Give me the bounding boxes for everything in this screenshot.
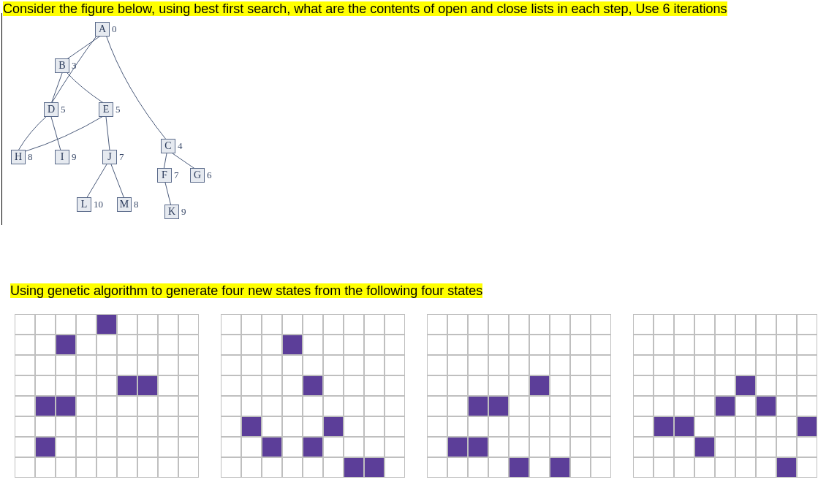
grid-cell (488, 396, 509, 416)
svg-line-3 (106, 117, 110, 150)
grid-cell (570, 416, 591, 437)
svg-line-0 (66, 35, 102, 60)
grid-cell (282, 437, 303, 457)
grid-cell (756, 335, 776, 355)
grid-cell (674, 416, 694, 437)
grid-cell (447, 375, 468, 396)
grid-cell (776, 457, 797, 478)
grid-cell (76, 457, 96, 478)
grid-cell (654, 375, 674, 396)
grid-cell (303, 437, 323, 457)
grid-cell (364, 314, 385, 335)
grid-cell (591, 457, 611, 478)
search-tree-figure: A0B3C4D5E5F7G6H8I9J7K9L10M8 (7, 22, 212, 234)
grid-cell (570, 355, 591, 375)
grid-cell (364, 355, 385, 375)
grid-cell (344, 314, 364, 335)
node-m: M8 (117, 197, 139, 212)
node-value: 5 (115, 104, 121, 115)
grid-cell (344, 437, 364, 457)
node-box: I (55, 150, 69, 164)
grid-cell (550, 396, 570, 416)
question-1: Consider the figure below, using best fi… (3, 1, 727, 17)
grid-cell (117, 396, 137, 416)
grid-cell (117, 355, 137, 375)
grid-cell (282, 396, 303, 416)
grid-cell (158, 355, 178, 375)
grid-cell (797, 355, 817, 375)
question-2-text: Using genetic algorithm to generate four… (10, 283, 482, 298)
grid-cell (633, 355, 654, 375)
grid-cell (756, 416, 776, 437)
grid-cell (158, 457, 178, 478)
grid-cell (550, 375, 570, 396)
grid-cell (756, 437, 776, 457)
grid-cell (797, 396, 817, 416)
grid-cell (178, 314, 199, 335)
grid-cell (364, 335, 385, 355)
grid-cell (468, 375, 488, 396)
grid-cell (447, 396, 468, 416)
node-f: F7 (157, 168, 179, 183)
grid-cell (447, 335, 468, 355)
grid-cell (282, 375, 303, 396)
grid-cell (35, 335, 56, 355)
node-value: 7 (119, 151, 124, 163)
grid-cell (488, 355, 509, 375)
grid-cell (797, 314, 817, 335)
grid-cell (178, 457, 199, 478)
grid-cell (96, 457, 117, 478)
grid-cell (591, 335, 611, 355)
node-value: 9 (72, 151, 77, 163)
grid-cell (509, 375, 529, 396)
grid-cell (468, 396, 488, 416)
grid-cell (509, 457, 529, 478)
node-value: 4 (178, 140, 183, 152)
grid-cell (221, 355, 241, 375)
grid-cell (735, 416, 756, 437)
grid-cell (633, 437, 654, 457)
grid-cell (221, 375, 241, 396)
grid-cell (221, 396, 241, 416)
grid-cell (96, 375, 117, 396)
node-a: A0 (95, 22, 117, 37)
grid-cell (262, 314, 282, 335)
grid-cell (56, 457, 76, 478)
grid-cell (137, 335, 158, 355)
grid-cell (797, 416, 817, 437)
grid-cell (529, 314, 550, 335)
grid-cell (776, 375, 797, 396)
grid-cell (633, 314, 654, 335)
grid-cell (178, 355, 199, 375)
grid-cell (427, 375, 447, 396)
grid-cell (137, 355, 158, 375)
grid-cell (797, 457, 817, 478)
grid-cell (344, 416, 364, 437)
node-box: E (99, 102, 113, 117)
grid-cell (221, 457, 241, 478)
grid-cell (756, 396, 776, 416)
grid-cell (241, 375, 262, 396)
grid-cell (756, 314, 776, 335)
grid-cell (117, 416, 137, 437)
grid-cell (427, 457, 447, 478)
node-value: 9 (181, 206, 186, 218)
grid-cell (364, 375, 385, 396)
state-grid-1 (15, 314, 199, 478)
grid-cell (776, 416, 797, 437)
node-l: L10 (77, 197, 103, 212)
grid-cell (735, 314, 756, 335)
grid-cell (158, 375, 178, 396)
node-value: 5 (61, 104, 66, 115)
grid-cell (550, 437, 570, 457)
grid-cell (715, 437, 735, 457)
grid-cell (35, 457, 56, 478)
grid-cell (35, 375, 56, 396)
grid-cell (488, 375, 509, 396)
grid-cell (117, 437, 137, 457)
node-box: J (102, 150, 117, 164)
grid-cell (303, 396, 323, 416)
grid-cell (344, 355, 364, 375)
grid-cell (35, 314, 56, 335)
grid-cell (117, 314, 137, 335)
